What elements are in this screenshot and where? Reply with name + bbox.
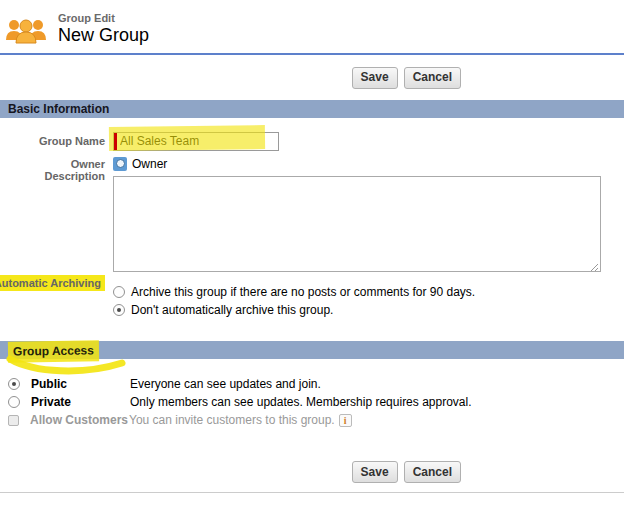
- section-group-access: Group Access: [0, 341, 624, 359]
- toolbar-bottom: Save Cancel: [0, 461, 624, 483]
- cancel-button[interactable]: Cancel: [404, 461, 461, 483]
- required-field-indicator: [114, 133, 117, 150]
- owner-value: Owner: [132, 157, 167, 171]
- access-option-label: Allow Customers: [30, 413, 129, 427]
- owner-label: Owner: [71, 158, 105, 170]
- owner-avatar-icon: [113, 157, 127, 171]
- description-label: Description: [44, 170, 105, 182]
- section-basic-information: Basic Information: [0, 100, 624, 118]
- access-option-description: You can invite customers to this group.: [129, 413, 335, 427]
- breadcrumb: Group Edit: [58, 12, 149, 24]
- section-group-access-label: Group Access: [8, 340, 99, 362]
- radio-selected-icon[interactable]: [113, 304, 125, 316]
- group-name-label: Group Name: [39, 135, 105, 147]
- group-name-row: Group Name: [0, 131, 624, 151]
- access-option-label: Public: [31, 377, 130, 391]
- automatic-archiving-label: Automatic Archiving: [0, 275, 105, 291]
- radio-unselected-icon[interactable]: [8, 396, 20, 408]
- archiving-option-archive[interactable]: Archive this group if there are no posts…: [113, 283, 475, 301]
- checkbox-disabled-icon: [8, 415, 19, 426]
- page-header: Group Edit New Group: [0, 0, 624, 53]
- owner-row: Owner Owner: [0, 156, 624, 171]
- archiving-option-dont-archive[interactable]: Don't automatically archive this group.: [113, 301, 475, 319]
- section-basic-information-label: Basic Information: [8, 102, 109, 116]
- footer-divider: [0, 492, 624, 493]
- archiving-option-label: Don't automatically archive this group.: [131, 303, 333, 317]
- radio-selected-icon[interactable]: [8, 378, 20, 390]
- cancel-button[interactable]: Cancel: [404, 67, 461, 89]
- page-title: New Group: [58, 25, 149, 46]
- description-row: Description: [0, 176, 624, 275]
- group-access-options: Public Everyone can see updates and join…: [0, 375, 624, 429]
- group-name-input[interactable]: [113, 132, 279, 151]
- save-button[interactable]: Save: [352, 461, 398, 483]
- radio-unselected-icon[interactable]: [113, 286, 125, 298]
- access-option-description: Only members can see updates. Membership…: [130, 395, 472, 409]
- access-option-private[interactable]: Private Only members can see updates. Me…: [0, 393, 624, 411]
- description-textarea[interactable]: [113, 176, 601, 272]
- group-icon: [4, 16, 48, 46]
- info-icon[interactable]: i: [339, 414, 352, 427]
- access-option-description: Everyone can see updates and join.: [130, 377, 321, 391]
- toolbar-top: Save Cancel: [0, 55, 624, 100]
- save-button[interactable]: Save: [352, 67, 398, 89]
- access-option-public[interactable]: Public Everyone can see updates and join…: [0, 375, 624, 393]
- access-option-label: Private: [31, 395, 130, 409]
- automatic-archiving-row: Automatic Archiving Archive this group i…: [0, 283, 624, 319]
- access-option-allow-customers: Allow Customers You can invite customers…: [0, 411, 624, 429]
- archiving-option-label: Archive this group if there are no posts…: [131, 285, 475, 299]
